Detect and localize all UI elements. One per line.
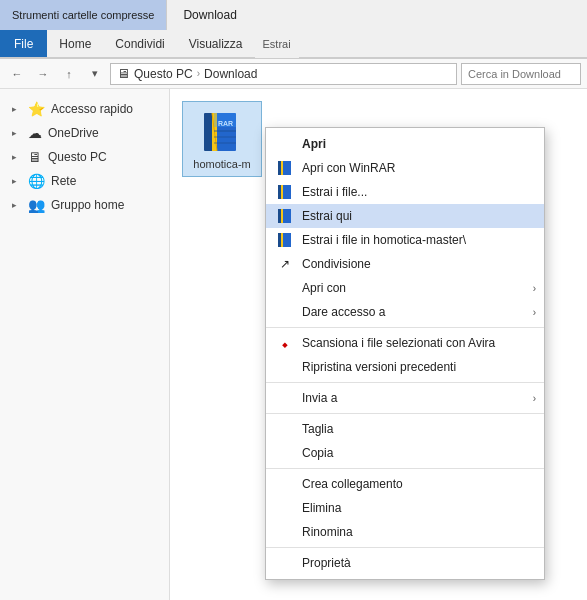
main-layout: ▸ ⭐ Accesso rapido ▸ ☁ OneDrive ▸ 🖥 Ques…	[0, 89, 587, 600]
download-label: Download	[183, 8, 236, 22]
forward-icon: →	[38, 68, 49, 80]
ctx-taglia[interactable]: Taglia	[266, 417, 544, 441]
ctx-avira-label: Scansiona i file selezionati con Avira	[302, 336, 495, 350]
separator-2	[266, 382, 544, 383]
svg-rect-13	[282, 185, 291, 199]
sidebar-label-onedrive: OneDrive	[48, 126, 161, 140]
ctx-open[interactable]: Apri	[266, 132, 544, 156]
ctx-invia-label: Invia a	[302, 391, 337, 405]
sidebar-label-gruppo: Gruppo home	[51, 198, 161, 212]
ctx-scan-avira[interactable]: ⬥ Scansiona i file selezionati con Avira	[266, 331, 544, 355]
forward-button[interactable]: →	[32, 63, 54, 85]
up-button[interactable]: ↑	[58, 63, 80, 85]
sidebar-item-rete[interactable]: ▸ 🌐 Rete	[0, 169, 169, 193]
rename-icon	[276, 523, 294, 541]
ctx-dare-accesso[interactable]: Dare accesso a ›	[266, 300, 544, 324]
separator-1	[266, 327, 544, 328]
ctx-taglia-label: Taglia	[302, 422, 333, 436]
address-path[interactable]: 🖥 Questo PC › Download	[110, 63, 457, 85]
ctx-extract-to[interactable]: Estrai i file in homotica-master\	[266, 228, 544, 252]
up-icon: ↑	[66, 68, 72, 80]
expand-icon: ▸	[12, 152, 22, 162]
copy-icon	[276, 444, 294, 462]
ctx-proprieta[interactable]: Proprietà	[266, 551, 544, 575]
ctx-condivisione-label: Condivisione	[302, 257, 371, 271]
ctx-dareaccesso-label: Dare accesso a	[302, 305, 385, 319]
search-input[interactable]	[461, 63, 581, 85]
sidebar-label-rete: Rete	[51, 174, 161, 188]
cloud-icon: ☁	[28, 125, 42, 141]
estrai-label: Estrai	[263, 38, 291, 50]
condividi-label: Condividi	[115, 37, 164, 51]
file-name: homotica-m	[193, 158, 250, 170]
star-icon: ⭐	[28, 101, 45, 117]
ribbon-tab-download[interactable]: Download	[167, 0, 252, 30]
arrow-right-icon: ›	[533, 307, 536, 318]
ribbon-top: Strumenti cartelle compresse Download	[0, 0, 587, 30]
svg-rect-6	[214, 136, 236, 138]
ctx-rinomina-label: Rinomina	[302, 525, 353, 539]
ctx-ripristina[interactable]: Ripristina versioni precedenti	[266, 355, 544, 379]
ctx-elimina-label: Elimina	[302, 501, 341, 515]
ctx-condivisione[interactable]: ↗ Condivisione	[266, 252, 544, 276]
ctx-rinomina[interactable]: Rinomina	[266, 520, 544, 544]
content-area: RAR homotica-m Apri	[170, 89, 587, 600]
home-tab[interactable]: Home	[47, 30, 103, 57]
expand-icon: ▸	[12, 128, 22, 138]
winrar-icon	[276, 159, 294, 177]
recent-button[interactable]: ▾	[84, 63, 106, 85]
arrow-right-icon: ›	[533, 283, 536, 294]
ctx-copia[interactable]: Copia	[266, 441, 544, 465]
ctx-extractfiles-label: Estrai i file...	[302, 185, 367, 199]
sidebar: ▸ ⭐ Accesso rapido ▸ ☁ OneDrive ▸ 🖥 Ques…	[0, 89, 170, 600]
extract-to-icon	[276, 231, 294, 249]
svg-rect-17	[281, 209, 283, 223]
home-label: Home	[59, 37, 91, 51]
ctx-creascolleg-label: Crea collegamento	[302, 477, 403, 491]
svg-rect-19	[282, 233, 291, 247]
back-button[interactable]: ←	[6, 63, 28, 85]
ribbon: Strumenti cartelle compresse Download Fi…	[0, 0, 587, 59]
share-icon: ↗	[276, 255, 294, 273]
winrar-svg-icon: RAR	[200, 110, 244, 154]
condividi-tab[interactable]: Condividi	[103, 30, 176, 57]
arrow-right-icon: ›	[533, 393, 536, 404]
invia-icon	[276, 389, 294, 407]
ctx-open-winrar[interactable]: Apri con WinRAR	[266, 156, 544, 180]
properties-icon	[276, 554, 294, 572]
svg-rect-5	[214, 130, 236, 132]
ctx-openwinrar-label: Apri con WinRAR	[302, 161, 395, 175]
ctx-crea-collegamento[interactable]: Crea collegamento	[266, 472, 544, 496]
cut-icon	[276, 420, 294, 438]
chevron-down-icon: ▾	[92, 67, 98, 80]
svg-rect-8	[214, 113, 236, 127]
ctx-invia-a[interactable]: Invia a ›	[266, 386, 544, 410]
svg-rect-7	[214, 142, 236, 144]
file-icon: RAR	[198, 108, 246, 156]
ctx-open-with[interactable]: Apri con ›	[266, 276, 544, 300]
visualizza-tab[interactable]: Visualizza	[177, 30, 255, 57]
svg-rect-10	[282, 161, 291, 175]
expand-icon: ▸	[12, 104, 22, 114]
sidebar-item-gruppo-home[interactable]: ▸ 👥 Gruppo home	[0, 193, 169, 217]
path-this-pc: Questo PC	[134, 67, 193, 81]
context-menu: Apri Apri con WinRAR Estrai i file... Es…	[265, 127, 545, 580]
path-pc-icon: 🖥	[117, 66, 130, 81]
file-button[interactable]: File	[0, 30, 47, 57]
ctx-extracthere-label: Estrai qui	[302, 209, 352, 223]
extract-here-icon	[276, 207, 294, 225]
open-icon	[276, 135, 294, 153]
ctx-elimina[interactable]: Elimina	[266, 496, 544, 520]
openwith-icon	[276, 279, 294, 297]
sidebar-item-onedrive[interactable]: ▸ ☁ OneDrive	[0, 121, 169, 145]
estrai-area: Estrai	[255, 30, 299, 58]
ribbon-tab-strumenti[interactable]: Strumenti cartelle compresse	[0, 0, 167, 30]
sidebar-item-questo-pc[interactable]: ▸ 🖥 Questo PC	[0, 145, 169, 169]
ripristina-icon	[276, 358, 294, 376]
file-item-homotica[interactable]: RAR homotica-m	[182, 101, 262, 177]
ctx-extractto-label: Estrai i file in homotica-master\	[302, 233, 466, 247]
ctx-extract-here[interactable]: Estrai qui	[266, 204, 544, 228]
ctx-extract-files[interactable]: Estrai i file...	[266, 180, 544, 204]
visualizza-label: Visualizza	[189, 37, 243, 51]
sidebar-item-accesso-rapido[interactable]: ▸ ⭐ Accesso rapido	[0, 97, 169, 121]
